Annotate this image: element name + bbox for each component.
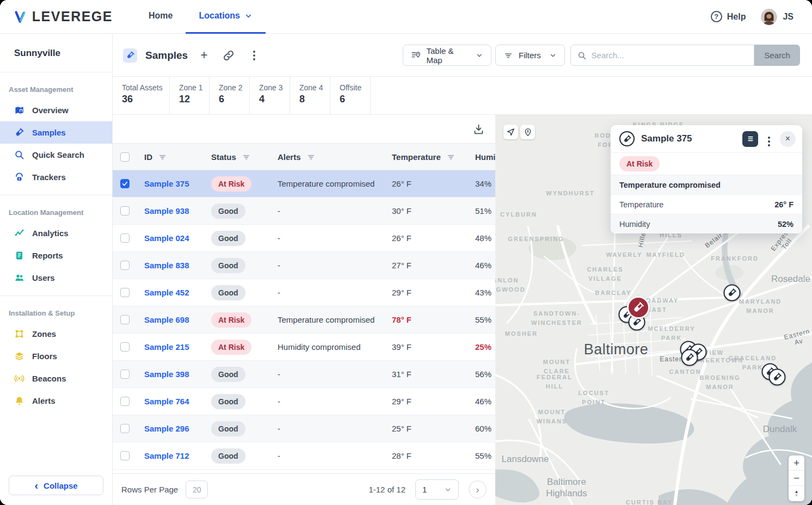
- table-row[interactable]: Sample 838 Good - 27° F 46%: [113, 252, 495, 279]
- table-row[interactable]: Sample 698 At Risk Temperature compromis…: [113, 306, 495, 334]
- row-checkbox[interactable]: [120, 206, 130, 215]
- kebab-menu-icon[interactable]: [247, 48, 261, 63]
- filters-dropdown[interactable]: Filters: [495, 45, 565, 66]
- popup-alert-row: Temperature compromised: [611, 175, 802, 194]
- sample-link[interactable]: Sample 452: [144, 288, 189, 297]
- sample-link[interactable]: Sample 296: [144, 424, 189, 433]
- sample-marker[interactable]: [769, 369, 786, 386]
- sample-link[interactable]: Sample 712: [144, 451, 189, 460]
- table-row[interactable]: Sample 938 Good - 30° F 51%: [113, 198, 495, 225]
- selected-sample-marker[interactable]: [627, 296, 650, 319]
- sidebar-item-samples[interactable]: Samples: [0, 121, 112, 144]
- row-checkbox[interactable]: [120, 451, 130, 460]
- row-checkbox[interactable]: [120, 369, 130, 379]
- row-checkbox[interactable]: [120, 397, 130, 406]
- table-row[interactable]: Sample 024 Good - 26° F 48%: [113, 225, 495, 252]
- details-card-button[interactable]: [742, 131, 758, 147]
- search-icon: [14, 150, 24, 160]
- rows-per-page-label: Rows Per Page: [121, 485, 178, 494]
- chevron-down-icon: [444, 486, 452, 494]
- sidebar-item-overview[interactable]: Overview: [0, 99, 112, 121]
- stat-offsite[interactable]: Offsite6: [330, 77, 371, 114]
- sample-link[interactable]: Sample 215: [144, 342, 189, 352]
- sidebar-item-alerts[interactable]: Alerts: [0, 390, 112, 412]
- popup-kebab-menu[interactable]: [765, 131, 773, 146]
- collapse-sidebar-button[interactable]: ‹ Collapse: [9, 476, 103, 495]
- sample-popup-card: Sample 375 × At Risk Temperature comprom…: [611, 125, 802, 233]
- row-checkbox[interactable]: [120, 261, 130, 270]
- sidebar-item-analytics[interactable]: Analytics: [0, 222, 112, 244]
- help-button[interactable]: ? Help: [711, 11, 746, 22]
- sample-marker[interactable]: [724, 285, 741, 301]
- add-sample-button[interactable]: +: [200, 48, 207, 63]
- column-filter-icon[interactable]: [446, 152, 456, 162]
- table-row[interactable]: Sample 375 At Risk Temperature compromis…: [113, 170, 495, 198]
- stat-total-assets[interactable]: Total Assets36: [113, 77, 170, 114]
- next-page-button[interactable]: ›: [469, 481, 487, 498]
- column-filter-icon[interactable]: [306, 152, 316, 162]
- page-toolbar: Samples + Table & Map Filters Se: [113, 34, 812, 76]
- status-badge: Good: [211, 285, 245, 300]
- sample-link[interactable]: Sample 398: [144, 369, 189, 379]
- sample-link[interactable]: Sample 838: [144, 261, 189, 270]
- table-row[interactable]: Sample 452 Good - 29° F 43%: [113, 279, 495, 306]
- search-input[interactable]: [592, 51, 747, 60]
- zoom-in-button[interactable]: +: [789, 455, 804, 471]
- tab-locations[interactable]: Locations: [186, 0, 266, 34]
- tilt-control[interactable]: ▲▼: [789, 486, 804, 501]
- popup-close-button[interactable]: ×: [780, 131, 796, 147]
- sample-link[interactable]: Sample 764: [144, 397, 189, 406]
- column-filter-icon[interactable]: [242, 152, 251, 162]
- sidebar-item-reports[interactable]: Reports: [0, 244, 112, 267]
- column-filter-icon[interactable]: [158, 152, 167, 162]
- table-header-row: ID Status Alerts Temperature Humidity: [113, 143, 495, 170]
- row-checkbox[interactable]: [120, 233, 130, 243]
- table-row[interactable]: Sample 764 Good - 29° F 46%: [113, 388, 495, 415]
- stat-zone-1[interactable]: Zone 112: [170, 77, 210, 114]
- tracker-icon: [14, 172, 24, 182]
- test-tube-icon: [14, 127, 24, 138]
- table-row[interactable]: Sample 215 At Risk Humidity compromised …: [113, 334, 495, 361]
- rows-per-page-input[interactable]: [186, 481, 208, 498]
- app-window: LEVEREGE Home Locations ? Help JS Sunnyv…: [0, 0, 812, 505]
- row-checkbox[interactable]: [120, 288, 130, 297]
- sidebar-item-beacons[interactable]: Beacons: [0, 367, 112, 390]
- sample-link[interactable]: Sample 024: [144, 233, 189, 243]
- table-row[interactable]: Sample 398 Good - 31° F 56%: [113, 361, 495, 388]
- status-badge: Good: [211, 258, 245, 273]
- row-checkbox[interactable]: [120, 179, 130, 188]
- sidebar-item-zones[interactable]: Zones: [0, 323, 112, 345]
- status-badge: Good: [211, 367, 245, 382]
- search-button[interactable]: Search: [754, 45, 800, 66]
- sample-link[interactable]: Sample 375: [144, 179, 189, 188]
- map[interactable]: KINGS RIDGE RODG FOR WYNDHURST CYLBURN G…: [495, 115, 812, 505]
- row-checkbox[interactable]: [120, 424, 130, 433]
- sidebar-item-trackers[interactable]: Trackers: [0, 166, 112, 188]
- select-all-checkbox[interactable]: [120, 152, 130, 162]
- sample-link[interactable]: Sample 698: [144, 315, 189, 324]
- send-icon: [506, 127, 515, 137]
- zoom-out-button[interactable]: −: [789, 471, 804, 486]
- sidebar-item-floors[interactable]: Floors: [0, 345, 112, 367]
- row-checkbox[interactable]: [120, 342, 130, 352]
- sidebar-item-users[interactable]: Users: [0, 267, 112, 289]
- table-row[interactable]: Sample 296 Good - 25° F 60%: [113, 415, 495, 442]
- recenter-button[interactable]: [503, 125, 518, 139]
- sidebar-item-quick-search[interactable]: Quick Search: [0, 144, 112, 166]
- street-view-button[interactable]: [520, 125, 535, 139]
- sidebar: Sunnyville Asset Management Overview Sam…: [0, 34, 113, 505]
- stat-zone-4[interactable]: Zone 48: [290, 77, 330, 114]
- stat-zone-2[interactable]: Zone 26: [210, 77, 250, 114]
- tab-home[interactable]: Home: [136, 0, 186, 34]
- sample-marker[interactable]: [681, 349, 698, 366]
- page-select[interactable]: 1: [415, 479, 459, 500]
- user-menu[interactable]: JS: [761, 9, 793, 25]
- section-title-asset-management: Asset Management: [0, 78, 112, 99]
- download-icon[interactable]: [471, 122, 485, 136]
- row-checkbox[interactable]: [120, 315, 130, 324]
- table-row[interactable]: Sample 712 Good - 28° F 55%: [113, 442, 495, 470]
- stat-zone-3[interactable]: Zone 34: [250, 77, 290, 114]
- view-toggle-dropdown[interactable]: Table & Map: [403, 45, 491, 66]
- sample-link[interactable]: Sample 938: [144, 206, 189, 215]
- link-icon[interactable]: [222, 48, 236, 63]
